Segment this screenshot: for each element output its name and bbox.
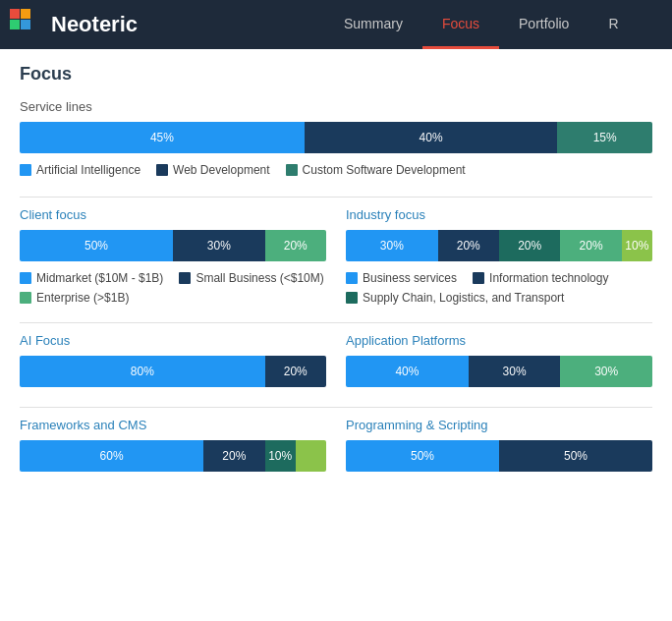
programming-col: Programming & Scripting 50%50% — [346, 418, 652, 481]
bar-segment: 60% — [20, 440, 203, 472]
legend-label: Web Development — [173, 163, 270, 177]
legend-item: Supply Chain, Logistics, and Transport — [346, 291, 564, 305]
service-lines-legend: Artificial IntelligenceWeb DevelopmentCu… — [20, 163, 652, 177]
programming-bar: 50%50% — [346, 440, 652, 472]
legend-color — [179, 272, 191, 284]
logo-area: Neoteric — [10, 9, 324, 40]
tab-portfolio[interactable]: Portfolio — [499, 0, 588, 49]
frameworks-col: Frameworks and CMS 60%20%10% — [20, 418, 326, 481]
legend-label: Midmarket ($10M - $1B) — [36, 271, 163, 285]
client-focus-bar: 50%30%20% — [20, 230, 326, 261]
industry-focus-bar: 30%20%20%20%10% — [346, 230, 652, 261]
ai-focus-bar: 80%20% — [20, 356, 326, 387]
app-platforms-col: Application Platforms 40%30%30% — [346, 333, 652, 397]
header: Neoteric Summary Focus Portfolio R — [0, 0, 672, 49]
legend-label: Custom Software Development — [303, 163, 466, 177]
tab-r[interactable]: R — [588, 0, 638, 49]
bar-segment: 30% — [560, 356, 652, 387]
bar-segment — [296, 440, 326, 472]
legend-item: Business services — [346, 271, 457, 285]
bar-segment: 50% — [346, 440, 499, 472]
bar-segment: 30% — [469, 356, 561, 387]
bar-segment: 20% — [560, 230, 621, 261]
client-focus-title: Client focus — [20, 207, 326, 222]
legend-color — [346, 292, 358, 304]
client-focus-legend: Midmarket ($10M - $1B)Small Business (<$… — [20, 271, 326, 305]
service-lines-bar: 45%40%15% — [20, 122, 652, 153]
client-focus-col: Client focus 50%30%20% Midmarket ($10M -… — [20, 207, 326, 312]
page-content: Focus Service lines 45%40%15% Artificial… — [0, 49, 672, 496]
logo-icon — [10, 9, 41, 40]
frameworks-prog-row: Frameworks and CMS 60%20%10% Programming… — [20, 418, 652, 481]
industry-focus-legend: Business servicesInformation technologyS… — [346, 271, 652, 305]
legend-item: Custom Software Development — [286, 163, 466, 177]
industry-focus-title: Industry focus — [346, 207, 652, 222]
bar-segment: 40% — [346, 356, 469, 387]
app-platforms-title: Application Platforms — [346, 333, 652, 348]
legend-label: Information technology — [489, 271, 608, 285]
legend-label: Artificial Intelligence — [36, 163, 140, 177]
legend-item: Artificial Intelligence — [20, 163, 140, 177]
tab-focus[interactable]: Focus — [422, 0, 499, 49]
ai-focus-title: AI Focus — [20, 333, 326, 348]
legend-color — [156, 164, 168, 176]
bar-segment: 45% — [20, 122, 305, 153]
company-name: Neoteric — [51, 12, 138, 37]
legend-item: Small Business (<$10M) — [179, 271, 323, 285]
bar-segment: 50% — [20, 230, 173, 261]
legend-color — [20, 272, 31, 284]
legend-item: Information technology — [473, 271, 608, 285]
svg-rect-3 — [21, 20, 30, 29]
bar-segment: 15% — [557, 122, 652, 153]
focus-row: Client focus 50%30%20% Midmarket ($10M -… — [20, 207, 652, 312]
frameworks-bar: 60%20%10% — [20, 440, 326, 472]
legend-color — [286, 164, 298, 176]
bar-segment: 20% — [438, 230, 499, 261]
bar-segment: 10% — [265, 440, 296, 472]
nav-tabs: Summary Focus Portfolio R — [324, 0, 639, 49]
industry-focus-col: Industry focus 30%20%20%20%10% Business … — [346, 207, 652, 312]
app-platforms-bar: 40%30%30% — [346, 356, 652, 387]
bar-segment: 30% — [173, 230, 265, 261]
legend-item: Web Development — [156, 163, 270, 177]
bar-segment: 30% — [346, 230, 438, 261]
bar-segment: 20% — [203, 440, 264, 472]
svg-rect-2 — [10, 20, 20, 29]
bar-segment: 40% — [305, 122, 558, 153]
bar-segment: 20% — [499, 230, 560, 261]
service-lines-section: Service lines 45%40%15% Artificial Intel… — [20, 99, 652, 177]
legend-item: Midmarket ($10M - $1B) — [20, 271, 163, 285]
legend-label: Small Business (<$10M) — [196, 271, 323, 285]
ai-focus-col: AI Focus 80%20% — [20, 333, 326, 397]
bar-segment: 80% — [20, 356, 265, 387]
legend-label: Business services — [363, 271, 457, 285]
bar-segment: 10% — [622, 230, 652, 261]
legend-label: Supply Chain, Logistics, and Transport — [363, 291, 564, 305]
legend-color — [20, 164, 31, 176]
bar-segment: 20% — [265, 230, 326, 261]
service-lines-title: Service lines — [20, 99, 652, 114]
programming-title: Programming & Scripting — [346, 418, 652, 432]
bar-segment: 20% — [265, 356, 326, 387]
legend-color — [473, 272, 484, 284]
tab-summary[interactable]: Summary — [324, 0, 422, 49]
page-title: Focus — [20, 64, 652, 85]
legend-item: Enterprise (>$1B) — [20, 291, 129, 305]
ai-app-row: AI Focus 80%20% Application Platforms 40… — [20, 333, 652, 397]
bar-segment: 50% — [499, 440, 652, 472]
legend-color — [20, 292, 31, 304]
svg-rect-1 — [21, 9, 30, 19]
legend-color — [346, 272, 358, 284]
legend-label: Enterprise (>$1B) — [36, 291, 129, 305]
frameworks-title: Frameworks and CMS — [20, 418, 326, 432]
svg-rect-0 — [10, 9, 20, 19]
